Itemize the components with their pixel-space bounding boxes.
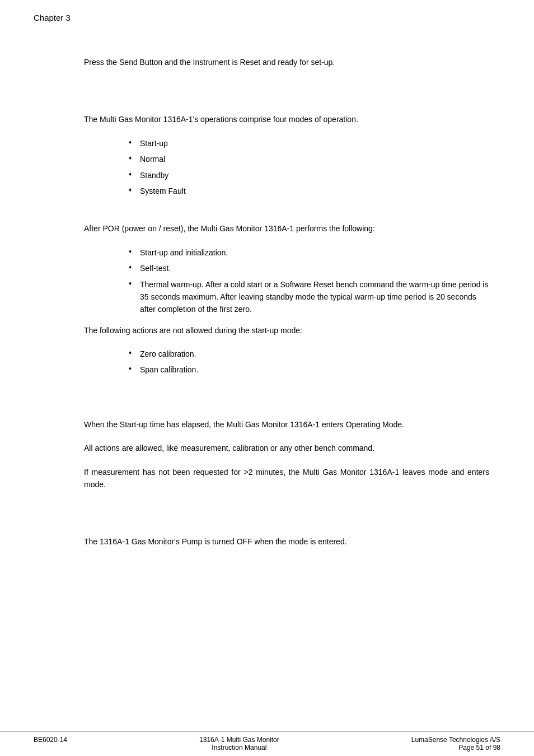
pump-paragraph: The 1316A-1 Gas Monitor's Pump is turned… xyxy=(84,535,489,548)
page: Chapter 3 Press the Send Button and the … xyxy=(0,0,534,756)
spacer-4 xyxy=(84,502,489,535)
por-paragraph: After POR (power on / reset), the Multi … xyxy=(84,222,489,235)
modes-paragraph: The Multi Gas Monitor 1316A-1's operatio… xyxy=(84,113,489,125)
modes-list: Start-up Normal Standby System Fault xyxy=(129,137,489,198)
content-area: Press the Send Button and the Instrument… xyxy=(84,56,489,548)
footer: BE6020-14 1316A-1 Multi Gas Monitor Inst… xyxy=(0,731,534,756)
list-item: Span calibration. xyxy=(129,363,489,376)
list-item: Zero calibration. xyxy=(129,348,489,360)
chapter-label: Chapter 3 xyxy=(34,13,71,22)
chapter-header: Chapter 3 xyxy=(34,13,71,22)
list-item: Normal xyxy=(129,153,489,165)
list-item: System Fault xyxy=(129,185,489,197)
footer-center: 1316A-1 Multi Gas Monitor Instruction Ma… xyxy=(199,736,279,752)
not-allowed-list: Zero calibration. Span calibration. xyxy=(129,348,489,376)
normal-mode-paragraph-2: All actions are allowed, like measuremen… xyxy=(84,442,489,454)
list-item: Start-up and initialization. xyxy=(129,246,489,259)
list-item: Standby xyxy=(129,169,489,181)
list-item: Thermal warm-up. After a cold start or a… xyxy=(129,278,489,316)
spacer-2 xyxy=(84,206,489,222)
list-item: Start-up xyxy=(129,137,489,150)
not-allowed-paragraph: The following actions are not allowed du… xyxy=(84,324,489,337)
por-list: Start-up and initialization. Self-test. … xyxy=(129,246,489,316)
footer-right: LumaSense Technologies A/S Page 51 of 98 xyxy=(411,736,500,752)
spacer-3 xyxy=(84,385,489,418)
spacer-1 xyxy=(84,80,489,113)
normal-mode-paragraph-1: When the Start-up time has elapsed, the … xyxy=(84,418,489,431)
list-item: Self-test. xyxy=(129,262,489,274)
footer-left: BE6020-14 xyxy=(34,736,67,752)
intro-paragraph: Press the Send Button and the Instrument… xyxy=(84,56,489,68)
standby-paragraph: If measurement has not been requested fo… xyxy=(84,466,489,491)
